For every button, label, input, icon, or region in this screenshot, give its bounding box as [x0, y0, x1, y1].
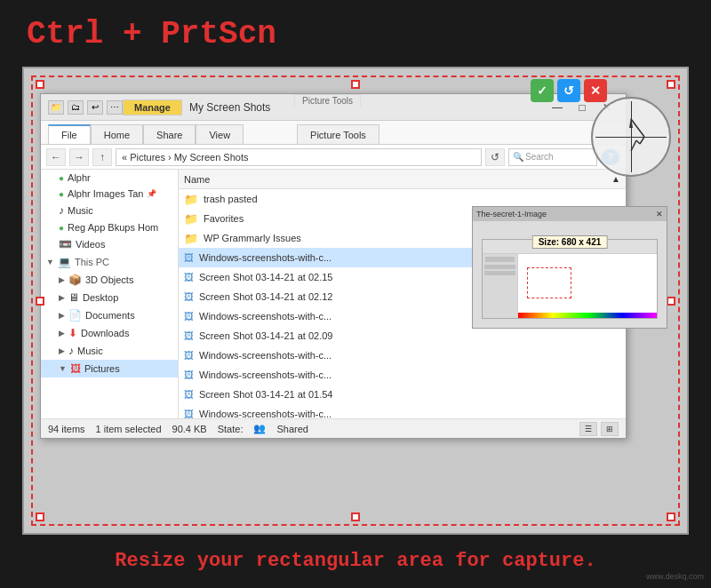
tab-file[interactable]: File: [48, 124, 91, 144]
image-icon: 🖼: [184, 409, 194, 418]
tab-share[interactable]: Share: [143, 124, 196, 144]
sidebar-item-label: Alphr Images Tan: [68, 188, 143, 199]
sidebar-item-pictures[interactable]: ▼ 🖼 Pictures: [41, 360, 178, 377]
svg-line-1: [640, 137, 644, 144]
file-item-win4[interactable]: 🖼 Windows-screenshots-with-c...: [179, 365, 626, 385]
handle-bottom-left[interactable]: [36, 513, 44, 521]
pin-icon: 📌: [147, 189, 156, 198]
sidebar-item-3d[interactable]: ▶ 📦 3D Objects: [41, 271, 178, 289]
sidebar-item-label: Alphr: [68, 172, 91, 183]
details-view-button[interactable]: ☰: [579, 422, 597, 436]
thumb-main: [518, 254, 657, 318]
refresh-nav-button[interactable]: ↺: [485, 148, 505, 166]
file-item-win3[interactable]: 🖼 Windows-screenshots-with-c...: [179, 346, 626, 365]
window-title: My Screen Shots: [189, 101, 546, 114]
selected-count: 1 item selected: [96, 424, 162, 434]
handle-bottom-right[interactable]: [667, 513, 675, 521]
up-button[interactable]: ↑: [92, 148, 112, 166]
file-name: Screen Shot 03-14-21 at 02.09: [199, 330, 332, 341]
item-count: 94 items: [48, 424, 85, 434]
thumbnail-title-bar: The-secret-1-Image ✕: [473, 207, 667, 221]
refresh-button[interactable]: ↺: [557, 79, 580, 102]
manage-button[interactable]: Manage: [123, 99, 182, 115]
expand-icon: ▶: [59, 275, 65, 284]
file-name: Windows-screenshots-with-c...: [199, 252, 332, 263]
footer-text: Resize your rectangular area for capture…: [0, 550, 711, 572]
expand-icon: ▶: [59, 293, 65, 302]
folder-icon: 📁: [184, 193, 198, 206]
folder-icon: 📁: [184, 232, 198, 245]
file-name: Windows-screenshots-with-c...: [199, 350, 332, 361]
breadcrumb[interactable]: « Pictures › My Screen Shots: [116, 148, 482, 166]
search-box[interactable]: 🔍 Search: [508, 148, 597, 166]
sidebar-item-music2[interactable]: ▶ ♪ Music: [41, 342, 178, 360]
shared-label: Shared: [276, 424, 308, 434]
handle-bottom-middle[interactable]: [351, 513, 360, 521]
thumbnail-title: The-secret-1-Image: [476, 210, 547, 219]
more-icon[interactable]: ⋯: [107, 100, 123, 115]
sidebar-item-label: Music: [77, 346, 103, 356]
file-name: Windows-screenshots-with-c...: [199, 311, 332, 322]
file-list-header: Name ▲: [179, 170, 626, 189]
forward-button[interactable]: →: [69, 148, 89, 166]
thumb-inner: [482, 239, 658, 319]
sidebar-item-alphr[interactable]: ● Alphr: [41, 170, 178, 186]
file-name: Favorites: [204, 213, 244, 224]
handle-top-right[interactable]: [667, 80, 675, 89]
folder-icon: 📁: [184, 212, 198, 226]
sidebar-item-music[interactable]: ♪ Music: [41, 202, 178, 219]
tab-home[interactable]: Home: [91, 124, 143, 144]
image-icon: 🖼: [184, 369, 194, 380]
thumb-sidebar: [483, 254, 518, 318]
confirm-button[interactable]: ✓: [531, 79, 554, 102]
pc-icon: 💻: [58, 256, 71, 268]
sidebar-item-label: Music: [68, 205, 93, 216]
expand-icon: ▼: [59, 364, 67, 373]
file-item-win5[interactable]: 🖼 Windows-screenshots-with-c...: [179, 404, 626, 418]
svg-marker-4: [629, 117, 633, 128]
video-icon: 📼: [59, 238, 72, 250]
sidebar-item-videos[interactable]: 📼 Videos: [41, 235, 178, 253]
view-toggles: ☰ ⊞: [579, 422, 619, 436]
sidebar-item-alphr-images[interactable]: ● Alphr Images Tan 📌: [41, 186, 178, 202]
sidebar-item-reg-app[interactable]: ● Reg App Bkups Hom: [41, 219, 178, 235]
svg-line-0: [631, 119, 644, 137]
sidebar-item-documents[interactable]: ▶ 📄 Documents: [41, 306, 178, 324]
pictures-icon: 🖼: [70, 362, 81, 375]
file-name: Screen Shot 03-14-21 at 02.12: [199, 291, 332, 302]
sidebar-item-label: Downloads: [81, 328, 129, 338]
sidebar-item-label: Desktop: [83, 292, 118, 303]
sidebar-item-downloads[interactable]: ▶ ⬇ Downloads: [41, 324, 178, 342]
cancel-button[interactable]: ✕: [584, 79, 607, 102]
title-bar-left: 📁 🗂 ↩ ⋯: [48, 100, 123, 115]
image-icon: 🖼: [184, 291, 194, 302]
back-button[interactable]: ←: [46, 148, 66, 166]
undo-icon[interactable]: ↩: [87, 100, 103, 115]
sidebar-item-label: Videos: [76, 239, 105, 250]
grid-view-button[interactable]: ⊞: [601, 422, 619, 436]
expand-icon: ▶: [59, 329, 65, 338]
search-icon: 🔍: [513, 152, 523, 162]
file-item-shot4[interactable]: 🖼 Screen Shot 03-14-21 at 01.54: [179, 385, 626, 404]
scroll-up[interactable]: ▲: [611, 174, 620, 184]
image-icon: 🖼: [184, 311, 194, 322]
state-label: State:: [218, 424, 244, 434]
search-placeholder: Search: [525, 152, 554, 162]
file-name: trash pasted: [204, 194, 258, 204]
thumb-close[interactable]: ✕: [656, 210, 663, 219]
sidebar-this-pc[interactable]: ▼ 💻 This PC: [41, 253, 178, 271]
sidebar-item-desktop[interactable]: ▶ 🖥 Desktop: [41, 289, 178, 306]
expand-icon: ▶: [59, 346, 65, 355]
handle-top-left[interactable]: [36, 80, 44, 89]
file-name: Windows-screenshots-with-c...: [199, 369, 332, 380]
handle-top-middle[interactable]: [351, 80, 360, 89]
downloads-icon: ⬇: [68, 327, 77, 339]
handle-middle-right[interactable]: [667, 297, 675, 306]
tab-view[interactable]: View: [196, 124, 244, 144]
file-item-shot3[interactable]: 🖼 Screen Shot 03-14-21 at 02.09: [179, 326, 626, 346]
tab-picture-tools[interactable]: Picture Tools: [297, 124, 379, 144]
desktop-icon: 🖥: [68, 291, 79, 304]
quick-access-icon[interactable]: 🗂: [68, 100, 84, 115]
file-name: Screen Shot 03-14-21 at 02.15: [199, 272, 332, 282]
sidebar-item-label: Documents: [85, 310, 135, 321]
